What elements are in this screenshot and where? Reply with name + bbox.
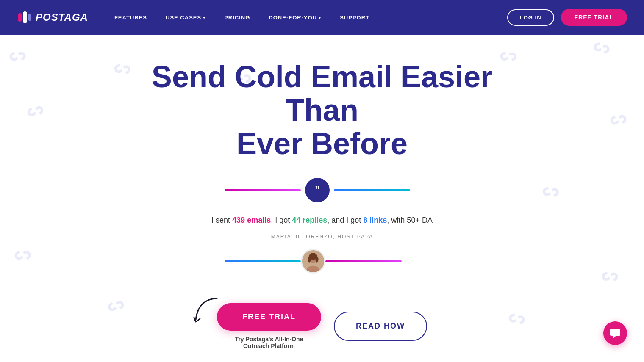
nav-support[interactable]: SUPPORT	[330, 0, 379, 35]
svg-rect-1	[23, 11, 27, 23]
done-for-you-arrow-icon: ▾	[319, 15, 321, 20]
line-pink-right	[325, 260, 402, 262]
hero-content: Send Cold Email Easier Than Ever Before …	[0, 60, 644, 349]
free-trial-wrap: FREE TRIAL Try Postaga's All-In-One Outr…	[217, 303, 321, 349]
nav-actions: LOG IN FREE TRIAL	[507, 9, 627, 26]
bg-chain-6	[590, 38, 612, 59]
testimonial-section: " I sent 439 emails, I got 44 replies, a…	[0, 178, 644, 274]
line-blue-left	[225, 260, 301, 262]
svg-point-7	[308, 257, 311, 263]
avatar	[301, 249, 325, 274]
hero-title: Send Cold Email Easier Than Ever Before	[131, 60, 513, 161]
line-blue-right	[334, 189, 410, 191]
hero-section: Send Cold Email Easier Than Ever Before …	[0, 35, 644, 362]
testimonial-author: – MARIA DI LORENZO, HOST PAPA –	[265, 234, 379, 240]
navbar: POSTAGA FEATURES USE CASES ▾ PRICING DON…	[0, 0, 644, 35]
read-how-button[interactable]: READ HOW	[334, 312, 427, 341]
arrow-icon	[192, 294, 221, 328]
avatar-svg	[302, 249, 324, 274]
logo-text: POSTAGA	[36, 11, 88, 23]
testimonial-text: I sent 439 emails, I got 44 replies, and…	[211, 214, 433, 227]
chat-bubble[interactable]	[603, 321, 627, 345]
use-cases-arrow-icon: ▾	[203, 15, 205, 20]
cta-section: FREE TRIAL Try Postaga's All-In-One Outr…	[217, 303, 427, 349]
quote-icon: "	[305, 178, 330, 202]
cta-subtext: Try Postaga's All-In-One Outreach Platfo…	[235, 336, 303, 349]
login-button[interactable]: LOG IN	[507, 9, 554, 26]
svg-point-8	[315, 257, 318, 263]
slider-top: "	[225, 178, 419, 202]
svg-rect-0	[18, 13, 22, 22]
nav-features[interactable]: FEATURES	[105, 0, 156, 35]
nav-pricing[interactable]: PRICING	[215, 0, 259, 35]
nav-use-cases[interactable]: USE CASES ▾	[156, 0, 215, 35]
chat-icon	[609, 327, 621, 339]
line-pink-left	[225, 189, 301, 191]
nav-done-for-you[interactable]: DONE-FOR-YOU ▾	[259, 0, 330, 35]
nav-links: FEATURES USE CASES ▾ PRICING DONE-FOR-YO…	[105, 0, 507, 35]
logo-icon	[17, 10, 32, 25]
free-trial-nav-button[interactable]: FREE TRIAL	[561, 9, 627, 26]
svg-rect-2	[28, 14, 31, 21]
slider-bottom	[225, 249, 419, 274]
logo[interactable]: POSTAGA	[17, 10, 88, 25]
free-trial-hero-button[interactable]: FREE TRIAL	[217, 303, 321, 331]
